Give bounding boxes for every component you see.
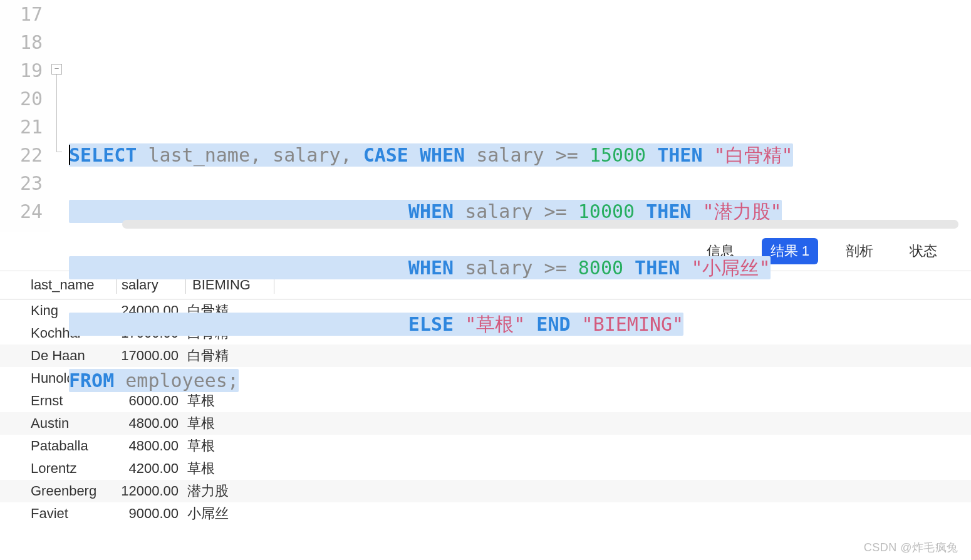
str-qianligu: "潜力股" bbox=[702, 200, 781, 222]
str-caogen: "草根" bbox=[465, 313, 525, 335]
kw-end: END bbox=[536, 313, 570, 335]
kw-select: SELECT bbox=[69, 144, 137, 166]
text-cursor bbox=[69, 145, 70, 165]
watermark-text: CSDN @炸毛疯兔 bbox=[864, 540, 958, 555]
comma: , bbox=[250, 144, 261, 166]
kw-else: ELSE bbox=[408, 313, 454, 335]
line-number: 22 bbox=[0, 141, 50, 169]
horizontal-scrollbar[interactable] bbox=[122, 220, 958, 229]
line-number: 21 bbox=[0, 113, 50, 141]
line-number: 20 bbox=[0, 85, 50, 113]
kw-then: THEN bbox=[646, 200, 691, 222]
kw-then: THEN bbox=[657, 144, 702, 166]
op-gte: >= bbox=[544, 200, 567, 222]
kw-from: FROM bbox=[69, 370, 114, 391]
comma: , bbox=[341, 144, 352, 166]
id-salary: salary bbox=[465, 200, 532, 222]
line-number-gutter: 17 18 19 20 21 22 23 24 bbox=[0, 0, 50, 232]
str-bieming: "BIEMING" bbox=[582, 313, 684, 335]
str-baigujing: "白骨精" bbox=[714, 144, 793, 166]
id-salary: salary bbox=[273, 144, 340, 166]
line-number: 18 bbox=[0, 28, 50, 56]
code-content[interactable]: SELECT last_name, salary, CASE WHEN sala… bbox=[66, 0, 971, 232]
num-8000: 8000 bbox=[578, 257, 623, 279]
id-salary: salary bbox=[465, 257, 532, 279]
id-salary: salary bbox=[476, 144, 544, 166]
fold-guide bbox=[56, 75, 57, 152]
line-number: 23 bbox=[0, 169, 50, 197]
sql-editor[interactable]: 17 18 19 20 21 22 23 24 − SELECT last_na… bbox=[0, 0, 971, 232]
op-gte: >= bbox=[544, 257, 567, 279]
kw-when: WHEN bbox=[408, 200, 454, 222]
semicolon: ; bbox=[227, 370, 239, 391]
line-number: 19 bbox=[0, 56, 50, 85]
line-number: 17 bbox=[0, 0, 50, 28]
num-10000: 10000 bbox=[578, 200, 635, 222]
fold-guide-end bbox=[56, 152, 62, 152]
line-number: 24 bbox=[0, 197, 50, 226]
kw-case: CASE bbox=[363, 144, 408, 166]
kw-when: WHEN bbox=[420, 144, 465, 166]
fold-column: − bbox=[50, 0, 66, 232]
id-employees: employees bbox=[125, 370, 227, 391]
op-gte: >= bbox=[556, 144, 578, 166]
num-15000: 15000 bbox=[589, 144, 646, 166]
fold-toggle-icon[interactable]: − bbox=[51, 64, 62, 75]
id-lastname: last_name bbox=[148, 144, 250, 166]
str-xiaodiaosi: "小屌丝" bbox=[691, 257, 770, 279]
kw-when: WHEN bbox=[408, 257, 454, 279]
kw-then: THEN bbox=[635, 257, 680, 279]
